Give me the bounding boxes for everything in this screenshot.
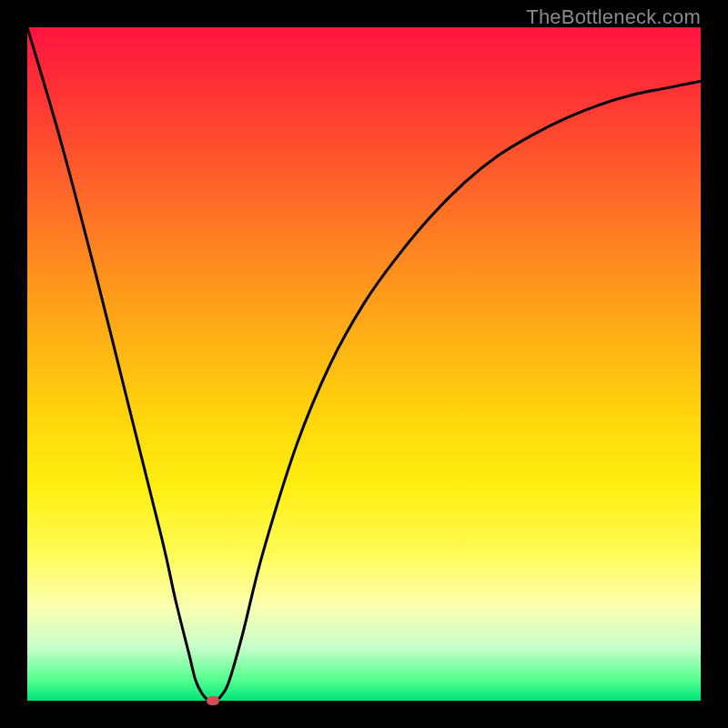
- chart-frame: TheBottleneck.com: [0, 0, 728, 728]
- watermark-text: TheBottleneck.com: [526, 5, 701, 29]
- plot-area: [27, 27, 701, 701]
- curve-svg: [27, 27, 701, 701]
- curve-line: [27, 27, 701, 701]
- marker-dot: [207, 696, 219, 705]
